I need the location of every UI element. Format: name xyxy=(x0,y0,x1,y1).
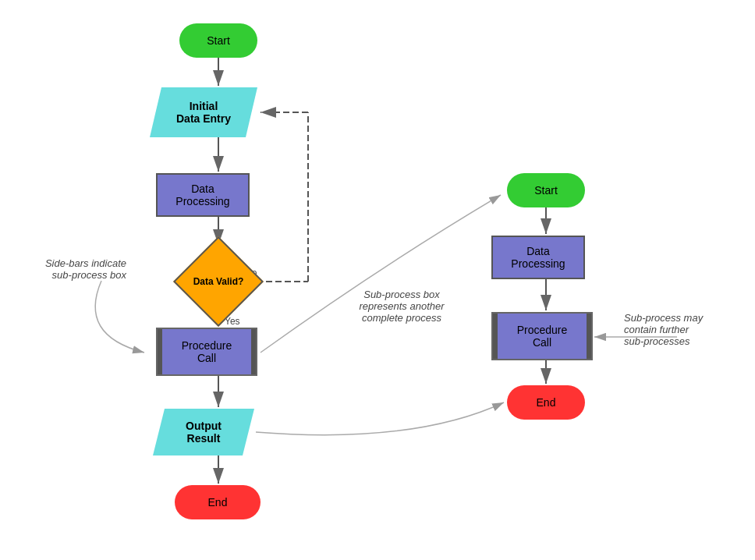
right-procedure-call-node: ProcedureCall xyxy=(491,312,593,360)
right-start-node: Start xyxy=(507,173,585,207)
initial-data-entry-label: InitialData Entry xyxy=(176,100,231,125)
left-end-node: End xyxy=(175,485,261,519)
data-valid-diamond: Data Valid? xyxy=(168,246,269,317)
output-result-label: OutputResult xyxy=(186,420,222,445)
right-data-processing-label: DataProcessing xyxy=(511,245,565,270)
right-procedure-call-label: ProcedureCall xyxy=(508,324,577,349)
right-end-label: End xyxy=(537,396,556,409)
sub-process-box-annotation: Sub-process boxrepresents anothercomplet… xyxy=(335,289,468,324)
data-valid-label: Data Valid? xyxy=(193,276,244,287)
left-procedure-call-label: ProcedureCall xyxy=(172,339,242,364)
left-data-processing-node: DataProcessing xyxy=(156,173,250,217)
side-bars-annotation: Side-bars indicatesub-process box xyxy=(17,257,126,281)
left-start-label: Start xyxy=(207,34,230,47)
initial-data-entry-node: InitialData Entry xyxy=(150,87,257,137)
output-result-node: OutputResult xyxy=(153,409,254,455)
left-data-processing-label: DataProcessing xyxy=(175,183,229,207)
right-data-processing-node: DataProcessing xyxy=(491,236,585,279)
flowchart-diagram: Yes No Start InitialData Entry xyxy=(0,0,755,560)
right-end-node: End xyxy=(507,385,585,420)
left-start-node: Start xyxy=(179,23,257,58)
left-end-label: End xyxy=(208,496,228,509)
right-start-label: Start xyxy=(534,184,558,197)
left-procedure-call-node: ProcedureCall xyxy=(156,328,257,376)
sub-process-further-annotation: Sub-process maycontain furthersub-proces… xyxy=(624,312,745,347)
